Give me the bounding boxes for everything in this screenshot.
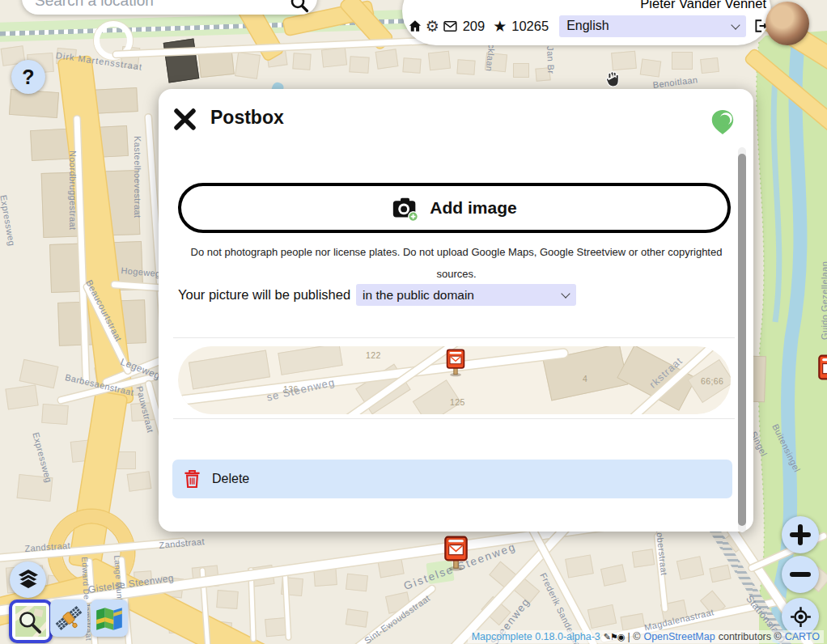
mail-icon[interactable]	[443, 20, 457, 32]
street-label: Jan Br	[545, 46, 556, 74]
close-icon[interactable]	[173, 108, 197, 131]
minus-icon	[790, 564, 811, 585]
language-select[interactable]: English	[559, 15, 746, 37]
housenumber-label: 4	[583, 374, 587, 383]
username[interactable]: Pieter Vander Vennet	[640, 0, 766, 11]
background-map-button[interactable]	[91, 600, 128, 637]
postbox-dialog: Postbox Add image Do not photograph peop…	[159, 89, 753, 532]
changeset-count[interactable]: 10265	[511, 19, 549, 34]
street-label: toberstraat	[655, 529, 669, 576]
publish-label: Your picture will be published	[178, 287, 350, 303]
folded-map-icon	[94, 603, 125, 633]
osm-map-icon	[15, 606, 46, 637]
search-input[interactable]: Search a location	[35, 0, 154, 10]
housenumber-label: 125	[450, 397, 465, 407]
delete-label: Delete	[212, 472, 249, 486]
search-bar[interactable]: Search a location	[22, 0, 317, 15]
help-label: ?	[22, 66, 34, 89]
user-panel: Pieter Vander Vennet ⚙ 209 ★ 10265 Engli…	[402, 0, 771, 45]
street-label: Noordbruggestraat	[68, 150, 78, 231]
add-image-label: Add image	[430, 198, 516, 218]
chevron-down-icon	[561, 289, 570, 298]
dialog-title: Postbox	[210, 107, 284, 129]
satellite-icon	[53, 603, 84, 633]
housenumber-label: 66;66	[701, 376, 723, 386]
license-selected: in the public domain	[363, 288, 474, 303]
image-license-note: Do not photograph people nor license pla…	[181, 241, 732, 285]
layers-button[interactable]	[10, 561, 46, 598]
street-label: Kasteelhoevestraat	[133, 136, 142, 218]
add-image-button[interactable]: Add image	[178, 183, 731, 233]
license-select[interactable]: in the public domain	[356, 284, 576, 306]
zoom-out-button[interactable]	[782, 556, 819, 593]
chevron-down-icon	[732, 20, 740, 29]
background-aerial-button[interactable]	[50, 600, 87, 637]
carto-link[interactable]: CARTO	[785, 631, 820, 642]
star-icon: ★	[493, 17, 507, 36]
gear-icon[interactable]: ⚙	[426, 19, 439, 33]
home-icon[interactable]	[409, 19, 422, 33]
street-label: se Steenweg	[265, 376, 336, 404]
housenumber-label: 122	[366, 350, 381, 360]
postbox-marker-partial[interactable]	[816, 354, 827, 390]
street-label: Expressweg	[0, 194, 17, 247]
layers-icon	[18, 570, 39, 590]
message-count[interactable]: 209	[463, 19, 486, 34]
user-avatar[interactable]	[766, 2, 809, 45]
plus-icon	[790, 524, 811, 545]
trash-icon	[184, 469, 201, 489]
postbox-marker[interactable]	[443, 535, 469, 571]
street-label: Zandstraat	[159, 536, 205, 550]
street-label: Guido Gezellelaan	[820, 261, 827, 340]
background-osm-button[interactable]	[9, 600, 53, 643]
attribution-icons: ✎⚑◉	[604, 632, 625, 642]
language-selected: English	[566, 19, 609, 33]
scrollbar-thumb[interactable]	[738, 154, 746, 526]
divider	[173, 418, 735, 419]
postbox-minimap-marker	[445, 348, 466, 377]
osm-link[interactable]: OpenStreetMap	[643, 631, 715, 642]
mapcomplete-logo-icon	[709, 108, 736, 136]
dialog-minimap[interactable]: 122 136 se Steenweg 125 4 rkstraat 66;66	[178, 346, 731, 414]
zoom-in-button[interactable]	[782, 516, 819, 553]
attribution-contributors: contributors ©	[719, 631, 782, 642]
hand-cursor	[604, 68, 625, 89]
delete-button[interactable]: Delete	[172, 460, 732, 498]
camera-plus-icon	[392, 195, 418, 222]
attribution-separator: | ©	[628, 631, 641, 642]
crosshair-icon	[790, 606, 812, 628]
mapcomplete-version-link[interactable]: Mapcomplete 0.18.0-alpha-3	[472, 631, 600, 642]
help-button[interactable]: ?	[11, 60, 45, 94]
attribution-bar: Mapcomplete 0.18.0-alpha-3 ✎⚑◉ | © OpenS…	[468, 630, 824, 643]
divider	[173, 337, 735, 338]
search-icon[interactable]	[290, 0, 309, 13]
publish-row: Your picture will be published in the pu…	[178, 284, 576, 306]
